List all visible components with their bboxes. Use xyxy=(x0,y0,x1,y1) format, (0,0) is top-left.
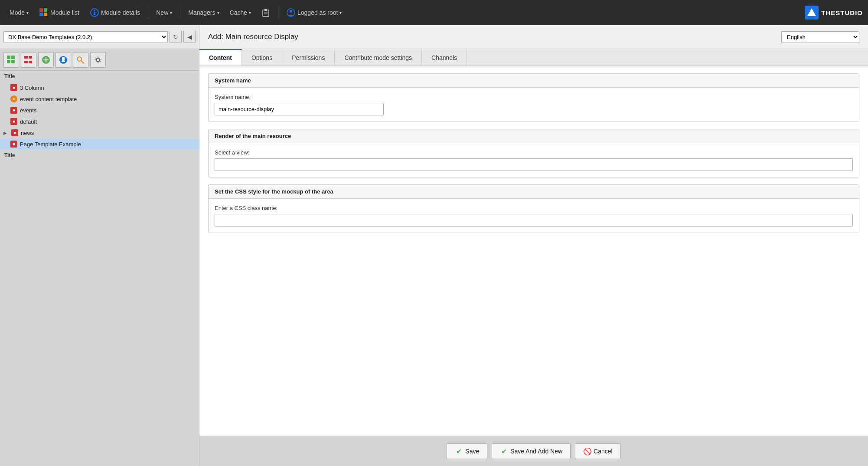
svg-rect-2 xyxy=(39,13,43,16)
toolbar-settings-icon[interactable] xyxy=(90,52,106,68)
tab-content-label: Content xyxy=(209,54,232,61)
tree-item-news[interactable]: ▶ ■ news xyxy=(0,127,199,138)
toolbar-key-icon[interactable] xyxy=(73,52,88,68)
tree-item-default[interactable]: ■ default xyxy=(0,116,199,127)
svg-rect-24 xyxy=(43,59,49,60)
dialog-title: Add: Main resource Display xyxy=(208,33,298,41)
tab-contribute-label: Contribute mode settings xyxy=(344,54,412,61)
css-label: Enter a CSS class name: xyxy=(215,205,853,211)
tab-content[interactable]: Content xyxy=(199,49,242,66)
sidebar-header: DX Base Demo Templates (2.0.2) ↻ ◀ xyxy=(0,25,199,49)
cancel-label: Cancel xyxy=(594,448,613,455)
tree-icon xyxy=(24,55,33,65)
cancel-button[interactable]: 🚫 Cancel xyxy=(575,443,621,459)
svg-rect-21 xyxy=(29,61,32,63)
tree-item-events[interactable]: ■ events xyxy=(0,105,199,116)
logged-as-nav[interactable]: Logged as root ▾ xyxy=(282,5,346,20)
save-add-check-icon: ✔ xyxy=(500,447,508,455)
sidebar-toolbar xyxy=(0,49,199,71)
svg-rect-20 xyxy=(24,61,28,63)
tree-icon-events: ■ xyxy=(10,107,17,114)
render-section: Render of the main resource Select a vie… xyxy=(208,129,859,177)
mode-label: Mode xyxy=(10,9,25,16)
save-and-add-button[interactable]: ✔ Save And Add New xyxy=(492,443,571,459)
svg-rect-15 xyxy=(11,56,15,59)
brand-icon xyxy=(805,6,819,20)
mode-menu[interactable]: Mode ▾ xyxy=(5,7,33,19)
module-list-nav[interactable]: Module list xyxy=(35,5,84,20)
action-bar: ✔ Save ✔ Save And Add New 🚫 Cancel xyxy=(199,436,868,466)
nav-divider-2 xyxy=(180,6,180,19)
refresh-button[interactable]: ↻ xyxy=(170,31,182,43)
tab-contribute[interactable]: Contribute mode settings xyxy=(335,49,422,66)
tree-icon-news: ■ xyxy=(11,129,18,136)
svg-point-31 xyxy=(96,58,100,62)
svg-marker-13 xyxy=(807,8,816,16)
new-menu[interactable]: New ▾ xyxy=(152,7,176,19)
tabs-bar: Content Options Permissions Contribute m… xyxy=(199,49,868,66)
cache-label: Cache xyxy=(230,9,247,16)
mode-dropdown-arrow: ▾ xyxy=(26,10,29,15)
cancel-icon: 🚫 xyxy=(583,447,591,455)
logged-as-label: Logged as root xyxy=(297,9,338,16)
svg-rect-27 xyxy=(62,61,65,62)
new-dropdown-arrow: ▾ xyxy=(170,10,172,15)
tree-item-3column[interactable]: ■ 3 Column xyxy=(0,82,199,93)
tree-label-3column: 3 Column xyxy=(20,85,44,91)
module-select[interactable]: DX Base Demo Templates (2.0.2) xyxy=(3,31,168,43)
toolbar-edit-icon[interactable] xyxy=(55,52,71,68)
tree-label-event-content: event content template xyxy=(20,96,77,102)
save-button[interactable]: ✔ Save xyxy=(447,443,487,459)
render-view-input[interactable] xyxy=(215,158,853,171)
save-and-add-label: Save And Add New xyxy=(510,448,562,455)
collapse-button[interactable]: ◀ xyxy=(183,31,196,43)
add-icon xyxy=(41,55,51,65)
brand-logo: THESTUDIO xyxy=(805,6,863,20)
svg-rect-18 xyxy=(24,56,28,59)
system-name-section: System name System name: xyxy=(208,73,859,122)
css-section: Set the CSS style for the mockup of the … xyxy=(208,184,859,233)
svg-point-12 xyxy=(290,10,292,13)
cache-dropdown-arrow: ▾ xyxy=(249,10,251,15)
tab-channels[interactable]: Channels xyxy=(422,49,467,66)
clipboard-nav[interactable] xyxy=(257,6,274,20)
chevron-news-icon: ▶ xyxy=(3,131,9,135)
sidebar: DX Base Demo Templates (2.0.2) ↻ ◀ xyxy=(0,25,199,466)
svg-rect-1 xyxy=(44,8,47,12)
svg-rect-16 xyxy=(7,60,10,63)
module-details-label: Module details xyxy=(101,9,140,16)
dialog-header: Add: Main resource Display English xyxy=(199,25,868,49)
svg-rect-17 xyxy=(11,60,15,63)
main-layout: DX Base Demo Templates (2.0.2) ↻ ◀ xyxy=(0,25,868,466)
language-select[interactable]: English xyxy=(781,31,859,43)
logged-dropdown-arrow: ▾ xyxy=(339,10,342,15)
css-class-input[interactable] xyxy=(215,214,853,226)
brand-name: THESTUDIO xyxy=(821,9,863,16)
module-details-icon xyxy=(90,8,99,17)
svg-rect-3 xyxy=(44,13,47,16)
tree-label-page-template: Page Template Example xyxy=(20,141,81,148)
svg-rect-8 xyxy=(264,9,267,11)
tree-item-page-template[interactable]: ■ Page Template Example xyxy=(0,138,199,150)
toolbar-grid-icon[interactable] xyxy=(3,52,19,68)
sidebar-section-title-1: Title xyxy=(0,71,199,82)
tree-item-event-content[interactable]: ● event content template xyxy=(0,93,199,105)
tree-icon-default: ■ xyxy=(10,118,17,125)
module-list-label: Module list xyxy=(50,9,79,16)
cache-menu[interactable]: Cache ▾ xyxy=(225,7,255,19)
managers-menu[interactable]: Managers ▾ xyxy=(184,7,223,19)
css-section-title: Set the CSS style for the mockup of the … xyxy=(209,185,859,199)
svg-rect-7 xyxy=(263,10,269,16)
tab-permissions-label: Permissions xyxy=(292,54,325,61)
toolbar-add-icon[interactable] xyxy=(38,52,54,68)
module-details-nav[interactable]: Module details xyxy=(85,5,144,20)
tab-options[interactable]: Options xyxy=(242,49,282,66)
settings-icon xyxy=(93,55,103,65)
tab-permissions[interactable]: Permissions xyxy=(282,49,335,66)
system-name-input[interactable] xyxy=(215,103,384,115)
render-section-title: Render of the main resource xyxy=(209,129,859,143)
tree-label-news: news xyxy=(21,130,34,136)
toolbar-tree-icon[interactable] xyxy=(21,52,36,68)
nav-divider-1 xyxy=(148,6,148,19)
svg-rect-14 xyxy=(7,56,10,59)
